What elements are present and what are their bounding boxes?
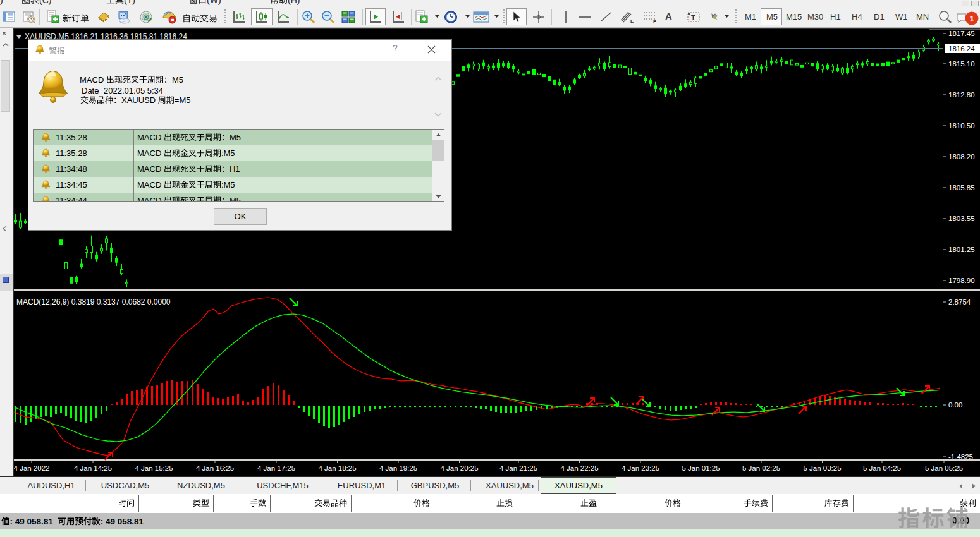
svg-text:5 Jan 03:25: 5 Jan 03:25 [803, 464, 841, 472]
svg-text:XAUUSD: XAUUSD [121, 95, 158, 105]
svg-text:MACD: MACD [137, 164, 164, 174]
svg-text:4 Jan 15:25: 4 Jan 15:25 [135, 464, 173, 472]
svg-text:MACD: MACD [137, 196, 164, 202]
svg-text:1: 1 [969, 14, 974, 23]
svg-text:1815.10: 1815.10 [948, 60, 975, 68]
svg-text:4 Jan 23:25: 4 Jan 23:25 [622, 464, 659, 472]
svg-text:1812.80: 1812.80 [948, 91, 975, 99]
svg-text:1801.25: 1801.25 [948, 246, 975, 253]
svg-text:4 Jan 16:25: 4 Jan 16:25 [196, 464, 234, 472]
svg-text:1816.24: 1816.24 [948, 45, 975, 52]
svg-text:T: T [691, 14, 695, 21]
svg-text:4 Jan 20:25: 4 Jan 20:25 [440, 464, 478, 472]
svg-text:MACD: MACD [80, 75, 106, 85]
svg-text:(W): (W) [207, 0, 221, 5]
svg-text:M5: M5 [172, 75, 183, 85]
svg-text:4 Jan 21:25: 4 Jan 21:25 [499, 464, 537, 472]
svg-text:5 Jan 02:25: 5 Jan 02:25 [742, 464, 780, 472]
svg-text:(H): (H) [288, 0, 300, 5]
svg-text:4 Jan 18:25: 4 Jan 18:25 [318, 464, 356, 472]
svg-text:F: F [653, 19, 656, 24]
svg-text:5 Jan 05:25: 5 Jan 05:25 [925, 464, 963, 472]
svg-text:: 49 058.81: : 49 058.81 [101, 517, 144, 526]
svg-text:1805.85: 1805.85 [948, 184, 975, 191]
svg-text:M5: M5 [230, 133, 241, 142]
svg-text:4 Jan 14:25: 4 Jan 14:25 [74, 464, 112, 472]
svg-text:MACD: MACD [137, 148, 164, 158]
svg-text:1810.50: 1810.50 [948, 122, 975, 130]
svg-text:M5: M5 [230, 196, 241, 202]
svg-text:MACD(12,26,9) 0.3819 0.3137 0.: MACD(12,26,9) 0.3819 0.3137 0.0682 0.000… [16, 298, 171, 306]
svg-text:1808.20: 1808.20 [948, 153, 975, 160]
svg-text:: 49 058.81: : 49 058.81 [10, 517, 58, 526]
svg-text:MACD: MACD [137, 133, 164, 142]
svg-text:1798.90: 1798.90 [948, 277, 975, 284]
svg-text::M5: :M5 [221, 180, 235, 190]
svg-text:H1: H1 [230, 164, 240, 174]
svg-text:5 Jan 04:25: 5 Jan 04:25 [863, 464, 901, 472]
svg-text:(T): (T) [124, 0, 135, 5]
svg-text:E: E [630, 18, 634, 24]
svg-text:1817.45: 1817.45 [948, 30, 975, 37]
svg-text:-1.4825: -1.4825 [948, 453, 973, 461]
svg-text:(C): (C) [39, 0, 51, 5]
svg-text:0.00: 0.00 [948, 401, 962, 409]
svg-text::M5: :M5 [221, 148, 235, 158]
svg-text:MACD: MACD [137, 180, 164, 190]
svg-text:): ) [0, 0, 3, 5]
svg-text:4 Jan 17:25: 4 Jan 17:25 [257, 464, 295, 472]
svg-text:1803.55: 1803.55 [948, 215, 975, 222]
svg-text:2.8754: 2.8754 [948, 298, 971, 306]
svg-text:4 Jan 19:25: 4 Jan 19:25 [379, 464, 417, 472]
svg-text:=M5: =M5 [175, 95, 191, 105]
svg-text:5 Jan 01:25: 5 Jan 01:25 [682, 464, 720, 472]
svg-text:4 Jan 22:25: 4 Jan 22:25 [560, 464, 598, 472]
svg-text:4 Jan 2022: 4 Jan 2022 [14, 464, 49, 472]
